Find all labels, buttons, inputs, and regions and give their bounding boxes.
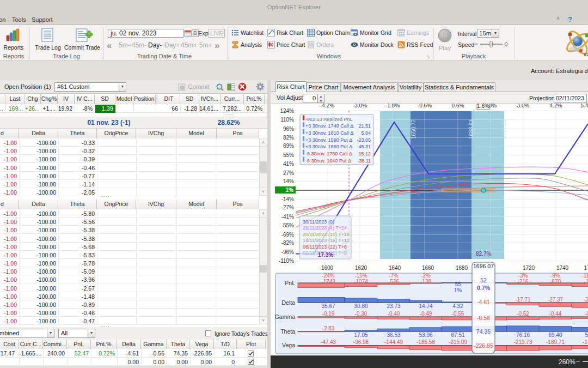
svg-text:52: 52 [480,277,487,283]
svg-text:1600: 1600 [321,265,334,271]
svg-text:69%: 69% [283,143,294,149]
svg-text:-69%: -69% [281,232,294,238]
svg-text:76.16: 76.16 [516,332,530,338]
svg-text:1%: 1% [286,187,294,193]
svg-text:v2: v2 [584,52,588,57]
svg-text:1740: 1740 [556,265,569,271]
svg-text:-0.30: -0.30 [355,311,367,317]
svg-text:Gamma: Gamma [275,313,296,320]
svg-text:$: $ [310,43,312,47]
svg-text:-1743: -1743 [321,279,335,285]
svg-text:-952.53 Realized PnL: -952.53 Realized PnL [305,117,353,122]
svg-text:Delta: Delta [281,299,295,306]
svg-text:5.04: 5.04 [361,130,371,136]
svg-text:-27%: -27% [281,204,294,210]
svg-text:Theta: Theta [280,328,295,335]
svg-text:1660: 1660 [422,265,434,271]
svg-text:124%: 124% [280,108,294,114]
svg-text:-41%: -41% [281,214,294,220]
svg-text:-138: -138 [420,279,431,285]
svg-text:69.40: 69.40 [548,332,562,338]
svg-text:-219.73: -219.73 [514,339,532,345]
svg-text:4.32: 4.32 [452,303,463,309]
svg-text:-96%: -96% [281,249,294,255]
svg-text:1688.63: 1688.63 [468,119,474,139]
svg-text:1650.77: 1650.77 [411,119,416,139]
svg-text:-23.05: -23.05 [357,137,371,143]
svg-text:14/11/2023 (16) T+12: 14/11/2023 (16) T+12 [303,238,350,243]
svg-text:96%: 96% [283,126,294,132]
svg-text:35.67: 35.67 [321,303,335,309]
svg-text:-0.19: -0.19 [322,311,335,317]
svg-text:55%: 55% [283,152,294,158]
svg-text:-1074: -1074 [354,279,368,285]
svg-text:1640: 1640 [389,265,401,271]
svg-text:41%: 41% [283,161,294,167]
svg-text:55: 55 [455,281,461,287]
svg-text:14.74: 14.74 [419,303,432,309]
svg-text:-18%: -18% [581,273,588,279]
svg-text:-27.37: -27.37 [548,297,564,303]
svg-text:17.05: 17.05 [354,332,367,338]
svg-text:+3 30nov. 1810 Call Δ: +3 30nov. 1810 Call Δ [305,130,353,136]
svg-text:+3 30nov. 1660 Put Δ: +3 30nov. 1660 Put Δ [305,144,352,149]
svg-text:-38.11: -38.11 [357,158,371,164]
svg-text:-17.71: -17.71 [515,297,531,303]
svg-text:23.73: 23.73 [387,303,400,309]
svg-text:30.80: 30.80 [354,303,367,309]
svg-text:36.53: 36.53 [387,332,400,338]
svg-text:1620: 1620 [355,265,367,271]
svg-text:-140: -140 [583,339,588,345]
svg-text:-670: -670 [550,279,561,285]
svg-text:26/11/2023 (4) T+24: 26/11/2023 (4) T+24 [303,225,347,231]
svg-text:21.51: 21.51 [358,123,371,129]
svg-text:-3%: -3% [518,273,528,279]
svg-text:-144.49: -144.49 [384,339,403,345]
svg-text:74.35: 74.35 [476,328,491,335]
svg-text:-110%: -110% [279,258,294,264]
svg-text:-0.56: -0.56 [477,315,490,321]
svg-text:14%: 14% [283,178,294,184]
svg-text:1%: 1% [454,287,462,293]
svg-text:20/11/2023 (10) T+18: 20/11/2023 (10) T+18 [303,232,350,237]
svg-text:1707.55: 1707.55 [501,119,507,139]
svg-text:-9%: -9% [550,273,560,279]
svg-text:55: 55 [585,332,588,338]
svg-text:82.7%: 82.7% [476,251,491,257]
svg-text:-12: -12 [584,279,588,285]
svg-text:-4.61: -4.61 [477,299,490,305]
svg-text:-216: -216 [517,279,528,285]
svg-text:-24%: -24% [322,273,334,279]
svg-text:-6 30nov. 1640 Put Δ: -6 30nov. 1640 Put Δ [305,158,351,164]
svg-text:110%: 110% [280,117,294,123]
svg-text:-15%: -15% [354,273,367,279]
svg-text:0.7%: 0.7% [477,285,491,291]
svg-text:1.6%: 1.6% [477,103,489,109]
svg-text:-34.: -34. [583,297,588,303]
svg-text:08/11/2023 (22) T+6: 08/11/2023 (22) T+6 [303,244,347,250]
svg-text:-526: -526 [388,279,399,285]
svg-text:-185.58: -185.58 [416,339,435,345]
svg-text:-0.55: -0.55 [452,311,464,317]
svg-text:-226.85: -226.85 [474,342,493,349]
svg-text:1720: 1720 [523,265,535,271]
svg-text:Vega: Vega [282,342,295,348]
svg-text:-189.71: -189.71 [546,339,565,345]
svg-text:+3 30nov. 1590 Put Δ: +3 30nov. 1590 Put Δ [305,137,352,143]
svg-text:-82%: -82% [281,240,294,246]
svg-text:-0.52: -0.52 [517,311,529,317]
svg-text:1696.07: 1696.07 [473,263,494,269]
svg-text:-0.44: -0.44 [549,311,562,317]
svg-text:-0.: -0. [585,311,588,317]
svg-text:30/11/2023 (0): 30/11/2023 (0) [303,219,334,225]
svg-text:-96.98: -96.98 [353,339,369,345]
svg-text:-55%: -55% [281,222,294,228]
svg-text:17.3%: 17.3% [318,252,333,258]
svg-text:67.51: 67.51 [451,332,464,338]
svg-text:17: 17 [584,265,588,271]
svg-text:15.12: 15.12 [358,151,371,156]
svg-text:-0.49: -0.49 [420,311,432,317]
svg-text:1680: 1680 [456,265,468,271]
svg-text:-0.40: -0.40 [388,311,400,317]
svg-text:-7%: -7% [389,273,399,279]
